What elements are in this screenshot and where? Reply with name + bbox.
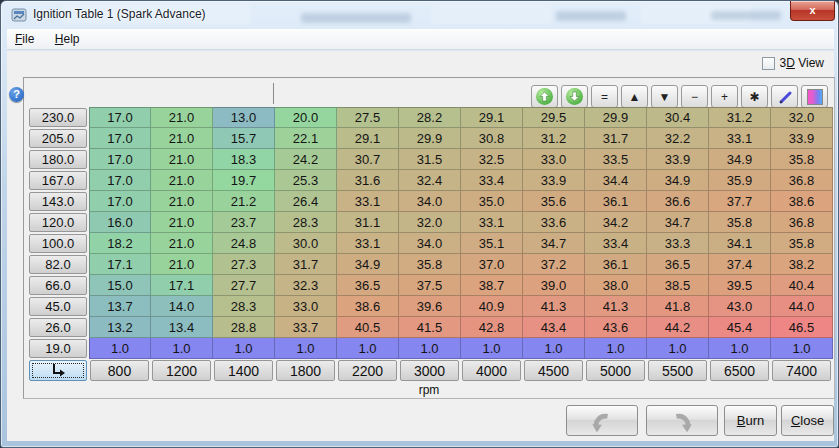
table-cell[interactable]: 1.0	[399, 338, 461, 359]
table-cell[interactable]: 15.7	[213, 128, 275, 149]
table-cell[interactable]: 17.0	[89, 191, 151, 212]
burn-button[interactable]: Burn	[724, 405, 777, 436]
table-cell[interactable]: 32.0	[399, 212, 461, 233]
table-cell[interactable]: 41.3	[585, 296, 647, 317]
table-cell[interactable]: 29.1	[461, 107, 523, 128]
table-cell[interactable]: 37.4	[709, 254, 771, 275]
axis-corner-button[interactable]	[29, 360, 87, 381]
table-cell[interactable]: 34.9	[709, 149, 771, 170]
table-cell[interactable]: 21.0	[151, 170, 213, 191]
table-cell[interactable]: 13.2	[89, 317, 151, 338]
table-cell[interactable]: 13.0	[213, 107, 275, 128]
table-cell[interactable]: 33.1	[709, 128, 771, 149]
table-cell[interactable]: 13.4	[151, 317, 213, 338]
table-cell[interactable]: 45.4	[709, 317, 771, 338]
table-cell[interactable]: 33.7	[275, 317, 337, 338]
table-cell[interactable]: 35.8	[709, 212, 771, 233]
table-cell[interactable]: 31.5	[399, 149, 461, 170]
table-cell[interactable]: 44.2	[647, 317, 709, 338]
table-cell[interactable]: 31.6	[337, 170, 399, 191]
table-cell[interactable]: 15.0	[89, 275, 151, 296]
table-cell[interactable]: 18.2	[89, 233, 151, 254]
scale-down-button[interactable]	[561, 85, 588, 108]
table-cell[interactable]: 20.0	[275, 107, 337, 128]
table-cell[interactable]: 27.3	[213, 254, 275, 275]
table-cell[interactable]: 30.7	[337, 149, 399, 170]
table-cell[interactable]: 21.0	[151, 233, 213, 254]
table-cell[interactable]: 31.2	[523, 128, 585, 149]
table-cell[interactable]: 38.7	[461, 275, 523, 296]
table-cell[interactable]: 21.0	[151, 212, 213, 233]
table-cell[interactable]: 41.3	[523, 296, 585, 317]
table-cell[interactable]: 17.0	[89, 128, 151, 149]
y-bin-button[interactable]: 19.0	[29, 339, 87, 358]
table-cell[interactable]: 35.6	[523, 191, 585, 212]
table-cell[interactable]: 33.1	[337, 191, 399, 212]
x-bin-button[interactable]: 6500	[710, 360, 769, 381]
table-cell[interactable]: 18.3	[213, 149, 275, 170]
table-cell[interactable]: 33.4	[585, 233, 647, 254]
table-cell[interactable]: 21.0	[151, 191, 213, 212]
table-cell[interactable]: 1.0	[275, 338, 337, 359]
redo-button[interactable]	[646, 405, 718, 436]
table-cell[interactable]: 17.0	[89, 149, 151, 170]
table-cell[interactable]: 44.0	[771, 296, 833, 317]
table-cell[interactable]: 34.1	[709, 233, 771, 254]
y-bin-button[interactable]: 205.0	[29, 129, 87, 148]
table-cell[interactable]: 43.0	[709, 296, 771, 317]
table-cell[interactable]: 38.2	[771, 254, 833, 275]
x-bin-button[interactable]: 4000	[462, 360, 521, 381]
table-cell[interactable]: 33.0	[275, 296, 337, 317]
undo-button[interactable]	[566, 405, 638, 436]
table-cell[interactable]: 42.8	[461, 317, 523, 338]
table-cell[interactable]: 30.8	[461, 128, 523, 149]
table-cell[interactable]: 28.3	[275, 212, 337, 233]
y-bin-button[interactable]: 167.0	[29, 171, 87, 190]
table-cell[interactable]: 40.4	[771, 275, 833, 296]
table-cell[interactable]: 41.8	[647, 296, 709, 317]
table-cell[interactable]: 43.6	[585, 317, 647, 338]
y-bin-button[interactable]: 66.0	[29, 276, 87, 295]
table-cell[interactable]: 41.5	[399, 317, 461, 338]
table-cell[interactable]: 39.6	[399, 296, 461, 317]
x-bin-button[interactable]: 800	[90, 360, 149, 381]
table-cell[interactable]: 17.0	[89, 107, 151, 128]
menu-file[interactable]: File	[7, 29, 42, 49]
menu-help[interactable]: Help	[47, 29, 88, 49]
table-cell[interactable]: 19.7	[213, 170, 275, 191]
table-cell[interactable]: 30.4	[647, 107, 709, 128]
table-cell[interactable]: 33.0	[523, 149, 585, 170]
table-cell[interactable]: 32.4	[399, 170, 461, 191]
table-cell[interactable]: 34.9	[647, 170, 709, 191]
table-cell[interactable]: 1.0	[647, 338, 709, 359]
table-cell[interactable]: 35.8	[771, 233, 833, 254]
y-bin-button[interactable]: 45.0	[29, 297, 87, 316]
table-cell[interactable]: 22.1	[275, 128, 337, 149]
add-button[interactable]: +	[711, 85, 738, 108]
x-bin-button[interactable]: 1200	[152, 360, 211, 381]
decrement-button[interactable]: ▼	[651, 85, 678, 108]
table-cell[interactable]: 17.1	[89, 254, 151, 275]
table-cell[interactable]: 40.9	[461, 296, 523, 317]
table-cell[interactable]: 32.5	[461, 149, 523, 170]
table-cell[interactable]: 33.9	[523, 170, 585, 191]
x-bin-button[interactable]: 1800	[276, 360, 335, 381]
table-cell[interactable]: 1.0	[585, 338, 647, 359]
table-cell[interactable]: 31.2	[709, 107, 771, 128]
table-cell[interactable]: 21.0	[151, 128, 213, 149]
x-bin-button[interactable]: 4500	[524, 360, 583, 381]
x-bin-button[interactable]: 5500	[648, 360, 707, 381]
table-cell[interactable]: 39.0	[523, 275, 585, 296]
x-bin-button[interactable]: 3000	[400, 360, 459, 381]
table-cell[interactable]: 38.6	[771, 191, 833, 212]
table-cell[interactable]: 38.0	[585, 275, 647, 296]
table-cell[interactable]: 32.3	[275, 275, 337, 296]
table-cell[interactable]: 17.0	[89, 170, 151, 191]
table-cell[interactable]: 38.5	[647, 275, 709, 296]
y-bin-button[interactable]: 100.0	[29, 234, 87, 253]
table-cell[interactable]: 24.2	[275, 149, 337, 170]
table-cell[interactable]: 40.5	[337, 317, 399, 338]
table-cell[interactable]: 36.1	[585, 254, 647, 275]
table-cell[interactable]: 35.0	[461, 191, 523, 212]
table-cell[interactable]: 27.7	[213, 275, 275, 296]
